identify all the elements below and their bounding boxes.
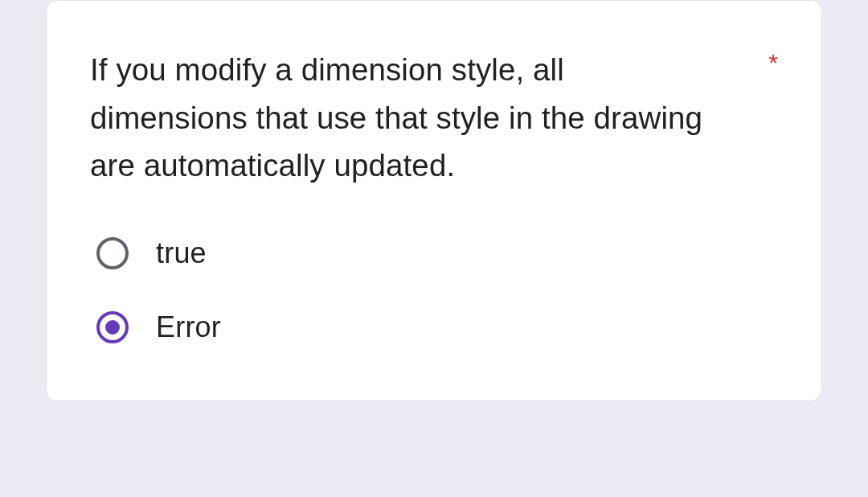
radio-checked-icon <box>96 311 129 343</box>
option-label: Error <box>156 310 221 344</box>
question-card: If you modify a dimension style, all dim… <box>46 0 822 401</box>
options-group: true Error <box>90 236 778 344</box>
option-error[interactable]: Error <box>96 310 778 344</box>
option-true[interactable]: true <box>96 236 778 270</box>
required-asterisk: * <box>768 46 778 75</box>
question-text: If you modify a dimension style, all dim… <box>90 46 725 190</box>
radio-unchecked-icon <box>96 237 129 269</box>
option-label: true <box>156 236 207 270</box>
question-row: If you modify a dimension style, all dim… <box>90 46 778 190</box>
